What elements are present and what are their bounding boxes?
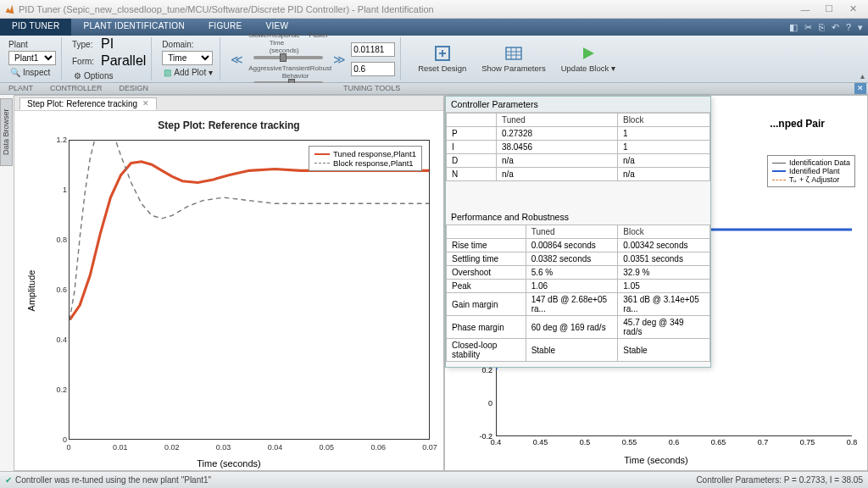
table-row: Closed-loop stabilityStableStable — [447, 339, 710, 362]
add-plot-button[interactable]: ▧Add Plot▾ — [162, 67, 214, 78]
ribbon-tabs: PID TUNER PLANT IDENTIFICATION FIGURE VI… — [0, 19, 868, 36]
chart-title: Step Plot: Reference tracking — [26, 119, 431, 131]
table-row: Phase margin60 deg @ 169 rad/s45.7 deg @… — [447, 316, 710, 339]
ribbon: Plant Plant1 🔍Inspect Type:PI Form:Paral… — [0, 36, 868, 83]
window-title: PID Tuner (Sepic_new_closedloop_tune/MCU… — [19, 4, 793, 14]
copy-icon[interactable]: ⎘ — [819, 22, 825, 32]
identification-panel: ...nped Pair Identification Data Identif… — [444, 95, 868, 471]
update-block-button[interactable]: Update Block ▾ — [554, 37, 622, 80]
status-message: Controller was re-tuned using the new pl… — [15, 475, 211, 485]
panel-close-icon[interactable]: ✕ — [854, 83, 866, 94]
gear-icon: ⚙ — [74, 71, 81, 80]
perf-table: TunedBlock Rise time0.00864 seconds0.003… — [446, 225, 710, 362]
rewind-icon[interactable]: ≪ — [231, 53, 243, 66]
maximize-button[interactable]: ☐ — [817, 3, 841, 14]
perf-title: Performance and Robustness — [446, 205, 710, 225]
plot-icon: ▧ — [164, 68, 171, 77]
bg-x-axis-label: Time (seconds) — [624, 455, 687, 465]
params-table: TunedBlock P0.273281I38.04561Dn/an/aNn/a… — [446, 113, 710, 181]
status-right: Controller Parameters: P = 0.2733, I = 3… — [696, 475, 863, 485]
step-plot-panel: Step Plot: Reference tracking ✕ Step Plo… — [14, 95, 444, 471]
x-axis-label: Time (seconds) — [197, 458, 260, 469]
show-parameters-button[interactable]: Show Parameters — [475, 37, 553, 80]
step-plot-chart[interactable]: Step Plot: Reference tracking 00.20.40.6… — [14, 111, 443, 470]
matlab-logo-icon — [3, 3, 15, 15]
close-button[interactable]: ✕ — [841, 3, 865, 14]
table-row: I38.04561 — [447, 141, 710, 154]
svg-rect-1 — [506, 47, 521, 59]
tab-plant-identification[interactable]: PLANT IDENTIFICATION — [71, 19, 197, 36]
table-row: Gain margin147 dB @ 2.68e+05 ra...361 dB… — [447, 293, 710, 316]
minimize-button[interactable]: — — [793, 4, 817, 14]
type-label: Type: — [72, 40, 97, 49]
form-value: Parallel — [101, 53, 146, 69]
y-axis-label: Amplitude — [26, 270, 36, 312]
close-icon[interactable]: ✕ — [142, 99, 149, 108]
quick-access-icon[interactable]: ◧ — [789, 22, 798, 33]
data-browser-tab[interactable]: Data Browser — [0, 98, 13, 166]
response-time-slider[interactable] — [253, 56, 323, 59]
transient-behavior-input[interactable] — [351, 62, 395, 76]
table-row: Rise time0.00864 seconds0.00342 seconds — [447, 239, 710, 252]
status-bar: ✔ Controller was re-tuned using the new … — [0, 471, 868, 488]
params-title: Controller Parameters — [446, 97, 710, 113]
forward-icon[interactable]: ≫ — [333, 53, 346, 66]
title-bar: PID Tuner (Sepic_new_closedloop_tune/MCU… — [0, 0, 868, 19]
chevron-down-icon: ▾ — [611, 64, 615, 73]
plant-select[interactable]: Plant1 — [8, 51, 56, 65]
controller-parameters-panel: Controller Parameters TunedBlock P0.2732… — [445, 96, 711, 368]
domain-select[interactable]: Time — [162, 51, 213, 65]
bg-chart-title: ...nped Pair — [770, 118, 825, 130]
help-icon[interactable]: ? — [846, 22, 851, 32]
table-icon — [504, 44, 523, 63]
undo-icon[interactable]: ↶ — [832, 22, 839, 33]
table-row: Nn/an/a — [447, 168, 710, 181]
cut-icon[interactable]: ✂ — [804, 22, 812, 33]
play-icon — [579, 44, 598, 63]
form-label: Form: — [72, 57, 97, 66]
table-row: Overshoot5.6 %32.9 % — [447, 266, 710, 280]
response-time-input[interactable] — [351, 42, 395, 57]
bg-chart-legend: Identification Data Identified Plant Tᵤ … — [767, 155, 855, 187]
options-button[interactable]: ⚙Options — [72, 70, 146, 81]
plant-label: Plant — [8, 40, 34, 49]
ribbon-section-bar: PLANT CONTROLLER DESIGN TUNING TOOLS ✕ — [0, 83, 868, 95]
dropdown-icon[interactable]: ▾ — [858, 22, 863, 33]
reset-design-button[interactable]: Reset Design — [411, 37, 473, 80]
magnifier-icon: 🔍 — [10, 68, 20, 77]
domain-label: Domain: — [162, 40, 193, 49]
collapse-ribbon-icon[interactable]: ▴ — [860, 71, 865, 80]
table-row: P0.273281 — [447, 127, 710, 141]
table-row: Peak1.061.05 — [447, 280, 710, 293]
type-value: PI — [101, 36, 114, 52]
table-row: Settling time0.0382 seconds0.0351 second… — [447, 252, 710, 266]
chart-legend: Tuned response,Plant1 Block response,Pla… — [309, 146, 422, 171]
inspect-button[interactable]: 🔍Inspect — [8, 67, 56, 78]
reset-icon — [433, 44, 452, 63]
table-row: Dn/an/a — [447, 154, 710, 168]
chevron-down-icon: ▾ — [209, 68, 213, 77]
doc-tab-step-plot[interactable]: Step Plot: Reference tracking ✕ — [19, 97, 157, 110]
check-icon: ✔ — [5, 475, 12, 485]
tab-pid-tuner[interactable]: PID TUNER — [0, 19, 71, 36]
